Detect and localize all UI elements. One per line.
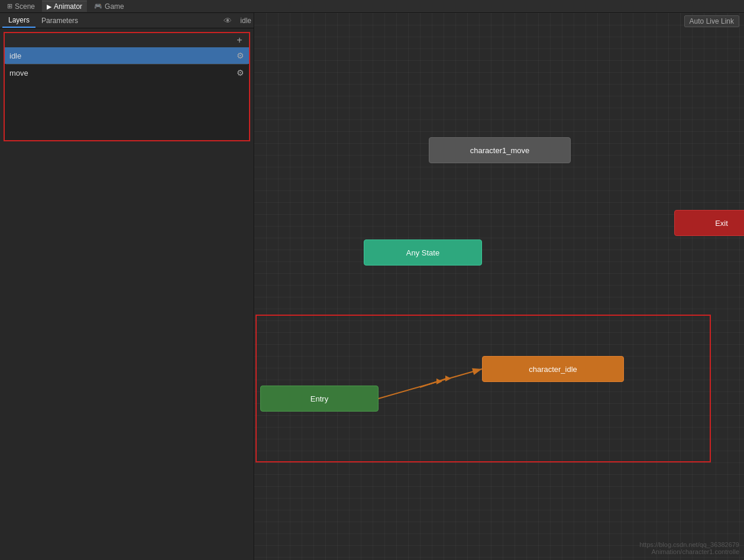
layer-idle-gear-icon[interactable]: ⚙ [237,51,244,60]
layer-move-label: move [9,69,237,77]
animator-tab[interactable]: ▶ Animator [42,1,87,12]
exit-node[interactable]: Exit [674,210,744,236]
layers-tab[interactable]: Layers [2,13,35,28]
active-layer-label: idle [240,17,251,25]
auto-live-link-button[interactable]: Auto Live Link [684,15,739,27]
entry-label: Entry [310,394,328,403]
svg-line-3 [420,381,438,387]
top-bar: ⊞ Scene ▶ Animator 🎮 Game [0,0,744,13]
watermark-line2: Animation/character1.controlle [639,548,739,555]
layer-item-idle[interactable]: idle ⚙ [5,47,249,64]
canvas-area[interactable]: Auto Live Link [254,13,744,560]
scene-tab[interactable]: ⊞ Scene [2,1,40,12]
game-icon: 🎮 [94,2,102,10]
any-state-label: Any State [406,248,439,257]
svg-marker-4 [436,378,442,384]
main-area: Layers Parameters 👁 idle + idle ⚙ move ⚙ [0,13,744,560]
sub-tabs-row: Layers Parameters 👁 idle [0,13,254,28]
watermark-line1: https://blog.csdn.net/qq_36382679 [639,541,739,548]
game-tab-label: Game [105,2,124,11]
layer-idle-label: idle [9,51,237,60]
animator-tab-label: Animator [54,2,82,11]
watermark: https://blog.csdn.net/qq_36382679 Animat… [639,541,739,555]
eye-icon[interactable]: 👁 [220,16,235,25]
scene-tab-label: Scene [15,2,35,11]
animator-icon: ▶ [47,3,51,11]
svg-marker-6 [445,376,451,381]
parameters-tab-label: Parameters [41,17,78,25]
character-idle-node[interactable]: character_idle [482,356,624,382]
layer-list-container: + idle ⚙ move ⚙ [4,32,250,141]
character-idle-label: character_idle [529,365,577,374]
character1-move-node[interactable]: character1_move [429,137,571,163]
character1-move-label: character1_move [470,146,529,155]
left-panel: Layers Parameters 👁 idle + idle ⚙ move ⚙ [0,13,254,560]
layer-move-gear-icon[interactable]: ⚙ [237,68,244,77]
layer-item-move[interactable]: move ⚙ [5,64,249,81]
exit-label: Exit [715,219,728,228]
scene-icon: ⊞ [7,2,12,10]
layers-tab-label: Layers [8,16,30,24]
add-layer-button[interactable]: + [234,34,245,46]
any-state-node[interactable]: Any State [364,239,482,266]
entry-node[interactable]: Entry [260,386,379,412]
parameters-tab[interactable]: Parameters [35,13,84,28]
layer-add-row: + [5,33,249,47]
game-tab[interactable]: 🎮 Game [89,1,129,12]
svg-line-5 [429,378,447,384]
arrow-svg [254,13,744,560]
svg-line-2 [379,369,482,399]
